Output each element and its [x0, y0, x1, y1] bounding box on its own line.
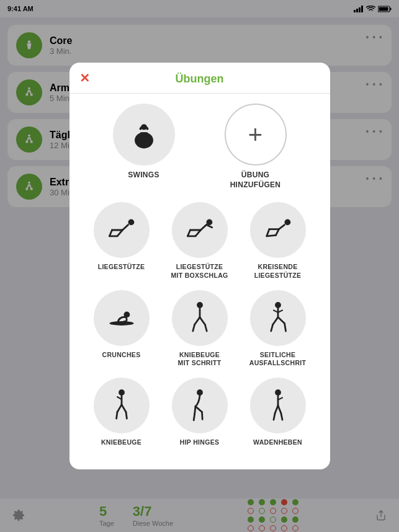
modal-title: Übungen [176, 73, 224, 86]
svg-point-27 [284, 219, 290, 226]
svg-line-54 [126, 412, 127, 419]
modal-overlay[interactable]: ✕ Übungen SWINGS [0, 0, 399, 532]
svg-line-19 [109, 230, 112, 236]
add-plus-icon: + [248, 122, 262, 147]
svg-line-21 [200, 225, 206, 230]
crunches-circle [94, 290, 150, 346]
seitliche-circle [250, 290, 306, 346]
svg-line-37 [194, 317, 199, 324]
hip-hinges-circle [172, 378, 228, 433]
modal-close-button[interactable]: ✕ [79, 71, 90, 86]
exercise-crunches[interactable]: CRUNCHES [87, 290, 156, 368]
svg-line-64 [278, 406, 281, 414]
exercise-add[interactable]: + ÜBUNGHINZUFÜGEN [218, 104, 293, 190]
svg-line-40 [205, 324, 207, 331]
exercises-modal: ✕ Übungen SWINGS [69, 63, 330, 469]
wadenheben-label: WADENHEBEN [253, 438, 302, 447]
exercise-liegestuetze-box[interactable]: LIEGESTÜTZEMIT BOXSCHLAG [166, 202, 234, 280]
svg-line-43 [272, 317, 277, 324]
swings-circle [113, 104, 175, 166]
modal-header: ✕ Übungen [69, 63, 330, 94]
svg-point-14 [128, 219, 134, 226]
svg-line-59 [194, 414, 194, 420]
exercise-top-row: SWINGS + ÜBUNGHINZUFÜGEN [82, 104, 318, 190]
exercise-kniebeuge-schritt[interactable]: KNIEBEUGEMIT SCHRITT [166, 290, 234, 368]
kniebeuge-schritt-label: KNIEBEUGEMIT SCHRITT [178, 351, 222, 368]
exercise-hip-hinges[interactable]: HIP HINGES [166, 378, 234, 447]
svg-line-57 [194, 406, 195, 414]
add-circle: + [225, 104, 287, 166]
exercise-swings[interactable]: SWINGS [107, 104, 181, 190]
svg-line-65 [274, 414, 275, 420]
svg-line-60 [202, 412, 202, 420]
exercise-liegestuetze[interactable]: LIEGESTÜTZE [87, 202, 156, 280]
svg-point-49 [119, 389, 125, 396]
svg-point-33 [109, 321, 133, 326]
svg-line-51 [117, 405, 122, 412]
exercise-row-2: CRUNCHES KNIEBEUGEMIT SCHRITT [82, 290, 318, 368]
modal-body: SWINGS + ÜBUNGHINZUFÜGEN [69, 94, 330, 469]
exercise-row-3: KNIEBEUGE HIP HINGE [82, 378, 318, 447]
svg-point-61 [275, 389, 281, 396]
liegestuetze-label: LIEGESTÜTZE [98, 263, 145, 272]
wadenheben-circle [250, 378, 306, 433]
svg-line-39 [192, 324, 194, 331]
liegestuetze-box-label: LIEGESTÜTZEMIT BOXSCHLAG [171, 263, 228, 280]
svg-rect-12 [140, 133, 148, 138]
svg-point-13 [141, 124, 146, 130]
seitliche-label: SEITLICHEAUSFALLSCHRIT [249, 351, 306, 368]
svg-point-35 [197, 302, 203, 308]
hip-hinges-label: HIP HINGES [180, 438, 220, 447]
svg-line-66 [280, 414, 282, 420]
kniebeuge-circle [94, 378, 150, 433]
kniebeuge-label: KNIEBEUGE [101, 438, 141, 447]
svg-point-34 [123, 311, 130, 317]
svg-line-25 [187, 230, 190, 236]
crunches-label: CRUNCHES [102, 351, 141, 360]
svg-point-41 [275, 302, 281, 308]
swings-label: SWINGS [128, 171, 159, 180]
svg-line-45 [271, 324, 272, 331]
liegestuetze-box-circle [172, 202, 228, 258]
svg-line-17 [117, 230, 122, 236]
svg-line-26 [206, 225, 212, 228]
svg-line-53 [116, 412, 117, 419]
svg-line-30 [276, 229, 279, 236]
kniebeuge-schritt-circle [172, 290, 228, 346]
kreisende-circle [250, 202, 306, 258]
exercise-seitliche[interactable]: SEITLICHEAUSFALLSCHRIT [244, 290, 312, 368]
svg-line-58 [195, 406, 202, 412]
svg-line-38 [200, 317, 205, 324]
exercise-row-1: LIEGESTÜTZE [82, 202, 318, 280]
svg-line-31 [266, 236, 276, 236]
svg-line-23 [195, 230, 200, 236]
svg-line-28 [279, 225, 284, 229]
exercise-kreisende[interactable]: KREISENDELIEGESTÜTZE [244, 202, 312, 280]
exercise-kniebeuge[interactable]: KNIEBEUGE [87, 378, 156, 447]
svg-line-46 [284, 323, 285, 331]
kreisende-label: KREISENDELIEGESTÜTZE [254, 263, 302, 280]
svg-line-52 [122, 405, 126, 412]
svg-line-44 [278, 317, 285, 323]
liegestuetze-circle [94, 202, 150, 258]
svg-point-56 [197, 389, 203, 396]
svg-line-15 [122, 225, 128, 230]
add-label: ÜBUNGHINZUFÜGEN [230, 171, 281, 190]
exercise-wadenheben[interactable]: WADENHEBEN [244, 378, 312, 447]
